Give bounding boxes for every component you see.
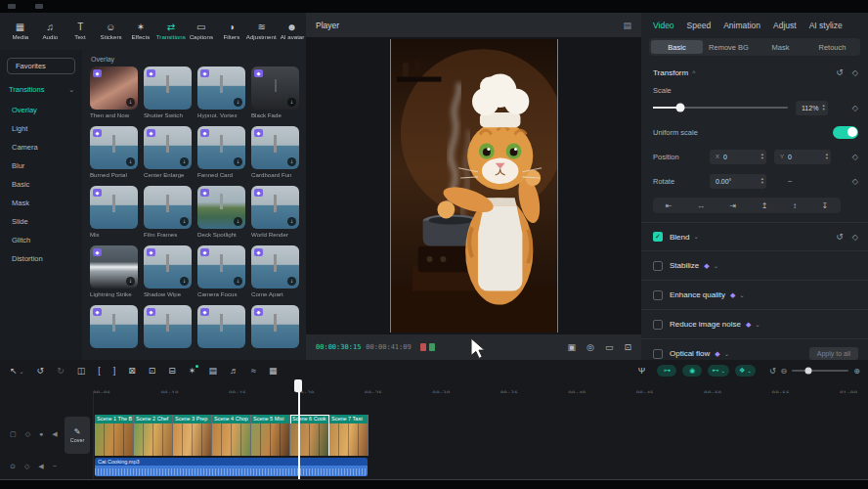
keyframe-icon[interactable]: ◇: [852, 104, 858, 112]
transition-item[interactable]: ◆ ↓ Mix: [90, 186, 138, 238]
reset-icon[interactable]: ↺: [836, 67, 844, 77]
timeline-zoom-slider[interactable]: [792, 370, 848, 372]
toolbar-tab[interactable]: ◑ Filters: [217, 22, 245, 40]
track-control-icon[interactable]: ▢: [10, 430, 17, 438]
zoom-in-icon[interactable]: ⊕: [853, 367, 860, 376]
transform-section-title[interactable]: Transform: [653, 68, 688, 77]
transition-item[interactable]: ◆ ↓ Hypnot. Vortex: [197, 67, 245, 118]
track-control-icon[interactable]: −: [53, 463, 57, 470]
timeline-tool-icon[interactable]: ⊠: [128, 366, 136, 376]
align-icon[interactable]: ↔: [697, 201, 705, 210]
timeline-tool-icon[interactable]: ✶: [189, 366, 196, 376]
timeline-toggle-pill[interactable]: ⊷ ⌄: [708, 365, 729, 377]
window-control-icon[interactable]: [8, 4, 16, 9]
position-x-field[interactable]: X 0 ▴ ▾: [710, 150, 766, 164]
video-clip[interactable]: Scene 7 Tast: [329, 415, 369, 456]
reset-icon[interactable]: ↺: [836, 232, 844, 242]
timeline-tool-icon[interactable]: ↻: [57, 366, 65, 376]
toolbar-tab[interactable]: ☺ Stickers: [97, 22, 125, 40]
timeline-tool-icon[interactable]: ▤: [208, 366, 217, 376]
keyframe-icon[interactable]: ◇: [852, 68, 858, 77]
window-control-icon[interactable]: [35, 4, 43, 9]
out-marker-icon[interactable]: [429, 343, 435, 351]
align-icon[interactable]: ↧: [822, 201, 829, 210]
inspector-subtab[interactable]: Basic: [651, 40, 703, 54]
player-control-icon[interactable]: ▭: [605, 342, 614, 352]
favorites-button[interactable]: Favorites: [7, 58, 75, 74]
sidebar-category[interactable]: Distortion: [0, 249, 82, 268]
timeline-tool-icon[interactable]: ⊡: [149, 366, 156, 376]
video-clip[interactable]: Scene 5 Mixi: [251, 415, 290, 456]
keyframe-icon[interactable]: ◇: [852, 233, 858, 242]
transition-item[interactable]: ◆ ↓ Cardboard Fun: [251, 126, 299, 178]
blend-checkbox[interactable]: ✓: [653, 232, 663, 242]
track-control-icon[interactable]: ◇: [25, 430, 30, 438]
inspector-tab[interactable]: Adjust: [773, 21, 797, 30]
transition-item[interactable]: ◆ ↓ World Render: [251, 186, 299, 238]
sidebar-category[interactable]: Overlay: [0, 101, 82, 119]
uniform-scale-toggle[interactable]: [833, 126, 858, 139]
playhead-handle[interactable]: [294, 379, 302, 392]
toolbar-tab[interactable]: ▦ Media: [6, 22, 34, 40]
transition-item[interactable]: ◆ ↓: [197, 305, 245, 350]
align-icon[interactable]: ↥: [761, 201, 768, 210]
rotate-stepper[interactable]: ▴ ▾: [761, 177, 763, 185]
chevron-down-icon[interactable]: ⌄: [724, 350, 729, 358]
track-control-icon[interactable]: ◀: [52, 430, 57, 438]
position-y-stepper[interactable]: ▴ ▾: [826, 153, 828, 160]
timeline-toggle-pill[interactable]: ◉: [682, 365, 702, 377]
chevron-down-icon[interactable]: ⌄: [714, 262, 718, 270]
chevron-down-icon[interactable]: ⌄: [693, 233, 698, 241]
scale-slider[interactable]: [653, 107, 788, 109]
player-control-icon[interactable]: ⊡: [624, 342, 631, 352]
rotate-dial-icon[interactable]: −: [788, 177, 793, 186]
inspector-subtab[interactable]: Remove BG: [703, 40, 755, 54]
scale-stepper[interactable]: ▴ ▾: [822, 104, 824, 111]
player-options-icon[interactable]: ▤: [623, 21, 631, 30]
transition-item[interactable]: ◆ ↓ Film Frames: [144, 186, 192, 238]
timeline-tool-icon[interactable]: ≈: [251, 366, 256, 376]
inspector-tab[interactable]: AI stylize: [809, 21, 843, 30]
rotate-field[interactable]: 0.00° ▴ ▾: [710, 174, 766, 189]
apply-to-all-button[interactable]: Apply to all: [809, 347, 858, 360]
inspector-subtab[interactable]: Mask: [755, 40, 806, 54]
effect-checkbox[interactable]: [653, 261, 663, 271]
sidebar-category[interactable]: Mask: [0, 194, 82, 212]
step-down-icon[interactable]: ▾: [761, 156, 763, 160]
player-control-icon[interactable]: ▣: [568, 342, 577, 352]
align-icon[interactable]: ↕: [793, 201, 797, 210]
reset-view-icon[interactable]: ↺: [769, 367, 776, 376]
inspector-tab[interactable]: Video: [653, 21, 674, 30]
transition-item[interactable]: ◆ ↓ Center Enlarge: [144, 126, 192, 178]
playhead-line[interactable]: [298, 381, 300, 479]
player-control-icon[interactable]: ◎: [586, 342, 594, 352]
align-icon[interactable]: ⇥: [730, 201, 737, 210]
step-down-icon[interactable]: ▾: [822, 108, 824, 111]
inspector-tab[interactable]: Speed: [687, 21, 712, 30]
voiceover-mic-icon[interactable]: Ψ: [638, 366, 646, 376]
timeline-tool-icon[interactable]: [: [98, 366, 101, 376]
chevron-down-icon[interactable]: ⌄: [755, 321, 760, 329]
sidebar-category[interactable]: Light: [0, 119, 82, 138]
transition-item[interactable]: ◆ ↓ Black Fade: [251, 67, 299, 118]
transition-item[interactable]: ◆ ↓ Lightning Strike: [90, 245, 138, 297]
inspector-tab[interactable]: Animation: [723, 21, 760, 30]
timeline-tool-icon[interactable]: ♬: [230, 366, 239, 376]
transition-item[interactable]: ◆ ↓ Shadow Wipe: [144, 245, 192, 297]
timeline-tool-icon[interactable]: ◫: [77, 366, 86, 376]
transition-item[interactable]: ◆ ↓ Deck Spotlight: [197, 186, 245, 238]
cover-button[interactable]: ✎ Cover: [65, 417, 90, 454]
keyframe-icon[interactable]: ◇: [852, 177, 858, 186]
position-y-field[interactable]: Y 0 ▴ ▾: [774, 150, 831, 164]
timeline-toggle-pill[interactable]: ⊶: [657, 365, 676, 377]
toolbar-tab[interactable]: ♫ Audio: [36, 22, 65, 40]
video-clip[interactable]: Scene 2 Chef: [134, 415, 173, 456]
effect-checkbox[interactable]: [653, 320, 663, 330]
transition-item[interactable]: ◆ ↓ Shutter Switch: [144, 67, 192, 118]
transition-item[interactable]: ◆ ↓ Camera Focus: [197, 245, 245, 297]
sidebar-category[interactable]: Blur: [0, 156, 82, 175]
track-control-icon[interactable]: ●: [39, 430, 43, 438]
in-marker-icon[interactable]: [420, 343, 426, 351]
scale-value-field[interactable]: 112% ▴ ▾: [796, 101, 828, 115]
keyframe-icon[interactable]: ◇: [852, 153, 858, 161]
